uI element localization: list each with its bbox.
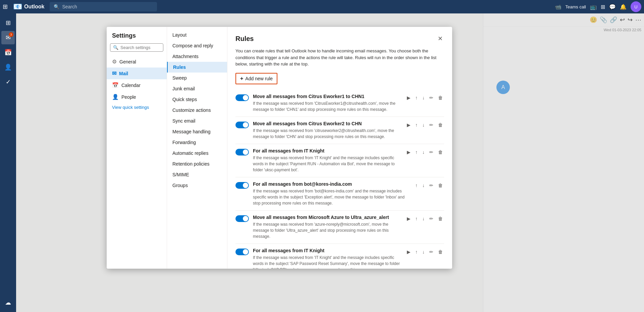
rule-item: For all messages from bot@kores-india.co… [235, 177, 444, 211]
rule-name: For all messages from bot@kores-india.co… [253, 181, 410, 187]
subnav-forwarding[interactable]: Forwarding [167, 137, 227, 148]
rule-move-up-button[interactable]: ↑ [414, 249, 419, 255]
rule-delete-button[interactable]: 🗑 [437, 94, 444, 101]
rule-text: Move all messages from Citrus Eworker2 t… [253, 121, 401, 140]
sidebar-item-apps[interactable]: ⊞ [1, 16, 15, 30]
rule-move-down-button[interactable]: ↓ [421, 249, 426, 255]
settings-nav-general[interactable]: ⚙ General [107, 56, 167, 68]
subnav-customize-actions[interactable]: Customize actions [167, 105, 227, 116]
toggle-switch[interactable] [235, 249, 249, 255]
toggle-switch[interactable] [235, 215, 249, 222]
rule-delete-button[interactable]: 🗑 [437, 249, 444, 255]
rule-toggle[interactable] [235, 94, 249, 101]
rule-edit-button[interactable]: ✏ [428, 149, 435, 155]
settings-nav-people[interactable]: 👤 People [107, 91, 167, 103]
rule-toggle[interactable] [235, 249, 249, 255]
rule-run-button[interactable]: ▶ [406, 94, 412, 101]
toggle-switch[interactable] [235, 149, 249, 155]
rule-edit-button[interactable]: ✏ [428, 122, 435, 128]
rule-move-up-button[interactable]: ↑ [414, 182, 419, 189]
rule-description: If the message was received from 'bot@ko… [253, 188, 410, 206]
rule-item: For all messages from IT KnightIf the me… [235, 144, 444, 177]
settings-search[interactable]: 🔍 [110, 43, 163, 52]
subnav-smime[interactable]: S/MIME [167, 169, 227, 180]
subnav-junk[interactable]: Junk email [167, 83, 227, 94]
rule-move-down-button[interactable]: ↓ [421, 149, 426, 155]
toggle-switch[interactable] [235, 182, 249, 189]
close-button[interactable]: ✕ [436, 34, 444, 44]
calendar-nav-icon: 📅 [112, 82, 119, 88]
rule-actions: ▶↑↓✏🗑 [406, 94, 444, 101]
sidebar-nav: ⊞ ✉ 3 📅 👤 ✓ ☁ [0, 13, 16, 312]
rules-title: Rules [235, 35, 254, 43]
rule-toggle[interactable] [235, 122, 249, 128]
sidebar-item-people[interactable]: 👤 [1, 60, 15, 74]
rule-delete-button[interactable]: 🗑 [437, 149, 444, 155]
app-logo: 📧 Outlook [10, 2, 47, 11]
rule-edit-button[interactable]: ✏ [428, 215, 435, 222]
subnav-groups[interactable]: Groups [167, 180, 227, 191]
feedback-icon[interactable]: 💬 [609, 4, 616, 10]
rule-toggle[interactable] [235, 149, 249, 155]
settings-search-icon: 🔍 [113, 45, 118, 50]
rule-delete-button[interactable]: 🗑 [437, 182, 444, 189]
subnav-attachments[interactable]: Attachments [167, 51, 227, 62]
rule-edit-button[interactable]: ✏ [428, 249, 435, 255]
subnav-sync-email[interactable]: Sync email [167, 116, 227, 126]
rule-edit-button[interactable]: ✏ [428, 94, 435, 101]
rule-text: Move all messages from Microsoft Azure t… [253, 215, 401, 239]
settings-nav-calendar[interactable]: 📅 Calendar [107, 79, 167, 91]
sidebar-item-calendar[interactable]: 📅 [1, 46, 15, 59]
video-call-icon[interactable]: 📹 [555, 4, 561, 10]
rule-move-down-button[interactable]: ↓ [421, 182, 426, 189]
rule-move-down-button[interactable]: ↓ [421, 215, 426, 222]
rule-delete-button[interactable]: 🗑 [437, 122, 444, 128]
settings-nav-mail[interactable]: ✉ Mail [107, 68, 167, 79]
rule-move-down-button[interactable]: ↓ [421, 122, 426, 128]
rule-move-up-button[interactable]: ↑ [414, 94, 419, 101]
grid-icon[interactable]: ⊞ [601, 4, 605, 10]
add-rule-button[interactable]: + Add new rule [235, 73, 277, 84]
avatar[interactable]: U [631, 1, 641, 12]
subnav-layout[interactable]: Layout [167, 30, 227, 40]
toggle-switch[interactable] [235, 122, 249, 128]
subnav-message-handling[interactable]: Message handling [167, 126, 227, 137]
search-input[interactable] [62, 4, 153, 9]
rule-move-up-button[interactable]: ↑ [414, 122, 419, 128]
notification-icon[interactable]: 🔔 [620, 4, 627, 10]
rule-item: Move all messages from Microsoft Azure t… [235, 211, 444, 244]
rule-edit-button[interactable]: ✏ [428, 182, 435, 189]
teams-call-button[interactable]: Teams call [566, 4, 586, 9]
view-quick-settings-link[interactable]: View quick settings [107, 103, 167, 112]
rule-run-button[interactable]: ▶ [406, 249, 412, 255]
search-bar[interactable]: 🔍 [50, 2, 157, 11]
rule-run-button[interactable]: ▶ [406, 149, 412, 155]
general-icon: ⚙ [112, 58, 117, 65]
rule-toggle[interactable] [235, 215, 249, 222]
rule-run-button[interactable]: ▶ [406, 215, 412, 222]
toggle-switch[interactable] [235, 94, 249, 101]
sidebar-item-mail[interactable]: ✉ 3 [1, 31, 15, 44]
rule-toggle[interactable] [235, 182, 249, 189]
rule-move-down-button[interactable]: ↓ [421, 94, 426, 101]
rule-text: For all messages from IT KnightIf the me… [253, 248, 401, 269]
sidebar-item-tasks[interactable]: ✓ [1, 75, 15, 89]
sidebar-item-onedrive[interactable]: ☁ [1, 296, 15, 309]
rule-run-button[interactable]: ▶ [406, 122, 412, 128]
screen-share-icon[interactable]: 📺 [590, 4, 597, 10]
waffle-icon[interactable]: ⊞ [3, 3, 8, 10]
settings-search-input[interactable] [120, 45, 160, 50]
subnav-sweep[interactable]: Sweep [167, 73, 227, 83]
subnav-rules[interactable]: Rules [167, 62, 227, 73]
main-area: ⊞ ✉ 3 📅 👤 ✓ ☁ 😊 📎 🔗 ↩ ↪ ⋯ Wed 01-03-2023… [0, 13, 644, 312]
rule-delete-button[interactable]: 🗑 [437, 215, 444, 222]
subnav-quick-steps[interactable]: Quick steps [167, 94, 227, 105]
rule-name: Move all messages from Microsoft Azure t… [253, 215, 401, 220]
subnav-auto-replies[interactable]: Automatic replies [167, 148, 227, 159]
subnav-compose-reply[interactable]: Compose and reply [167, 40, 227, 51]
rule-move-up-button[interactable]: ↑ [414, 149, 419, 155]
add-icon: + [240, 76, 243, 82]
subnav-retention[interactable]: Retention policies [167, 159, 227, 169]
mail-badge: 3 [9, 32, 13, 37]
rule-move-up-button[interactable]: ↑ [414, 215, 419, 222]
